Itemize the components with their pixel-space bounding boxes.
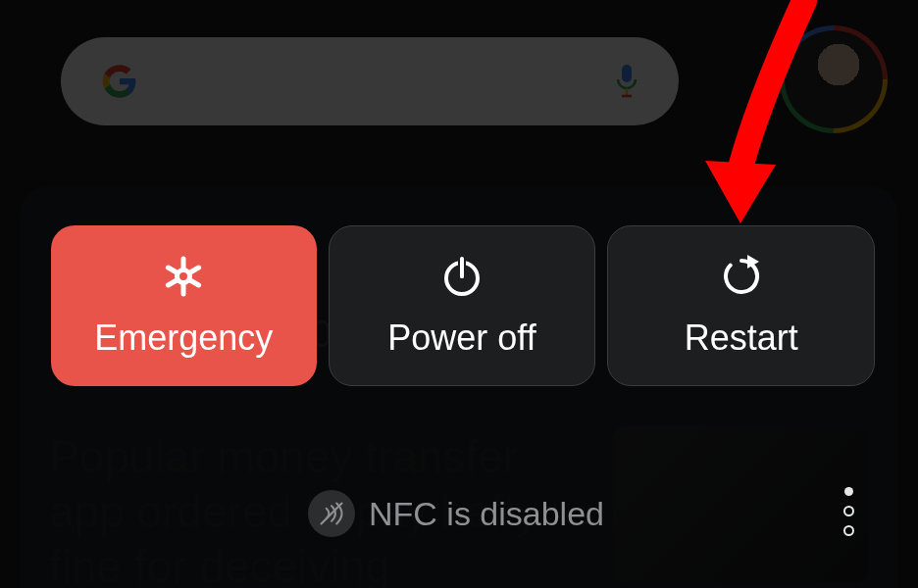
emergency-button[interactable]: Emergency <box>51 225 317 386</box>
nfc-toast: NFC is disabled <box>294 488 618 539</box>
power-icon <box>438 253 485 300</box>
more-options-button[interactable] <box>843 487 853 536</box>
kebab-dot-icon <box>844 487 853 496</box>
restart-button[interactable]: Restart <box>607 225 875 386</box>
medical-star-icon <box>160 253 207 300</box>
power-off-label: Power off <box>387 318 536 359</box>
restart-icon <box>718 253 765 300</box>
power-menu: Emergency Power off Restart <box>51 225 875 386</box>
svg-point-6 <box>178 270 190 283</box>
restart-label: Restart <box>685 318 798 359</box>
emergency-label: Emergency <box>94 318 273 359</box>
nfc-disabled-icon <box>308 490 355 537</box>
nfc-toast-text: NFC is disabled <box>369 495 604 533</box>
power-off-button[interactable]: Power off <box>329 225 596 386</box>
kebab-dot-icon <box>843 506 854 516</box>
kebab-dot-icon <box>843 525 854 536</box>
